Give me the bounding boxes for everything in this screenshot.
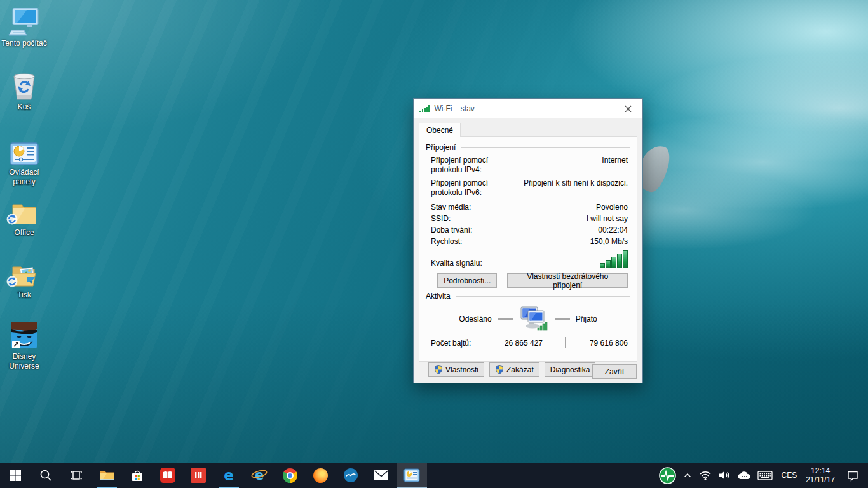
details-button-label: Podrobnosti... bbox=[444, 276, 491, 285]
tab-obecne[interactable]: Obecné bbox=[419, 123, 461, 137]
volume-tray-icon[interactable] bbox=[715, 463, 734, 488]
clock[interactable]: 12:14 21/11/17 bbox=[802, 463, 839, 488]
row-duration: Doba trvání: 00:22:04 bbox=[431, 226, 628, 235]
diagnose-button[interactable]: Diagnostika bbox=[545, 362, 596, 377]
properties-button-label: Vlastnosti bbox=[445, 365, 478, 374]
action-center-button[interactable] bbox=[839, 463, 867, 488]
bytes-received-value: 79 616 806 bbox=[588, 339, 628, 348]
hidden-icons-chevron[interactable] bbox=[679, 463, 696, 488]
store-icon bbox=[130, 468, 145, 483]
uac-shield-icon bbox=[495, 365, 504, 374]
taskbar-item-control-panel[interactable] bbox=[397, 463, 427, 488]
disable-button[interactable]: Zakázat bbox=[489, 362, 539, 377]
desktop-icon-label: Ovládací panely bbox=[1, 168, 47, 187]
sent-line bbox=[498, 318, 513, 320]
desktop-icon-recycle-bin[interactable]: Koš bbox=[1, 70, 47, 112]
row-ipv4: Připojení pomocí protokolu IPv4: Interne… bbox=[431, 156, 628, 175]
taskbar-item-chrome[interactable] bbox=[275, 463, 305, 488]
taskbar-item-edge[interactable]: e bbox=[214, 463, 244, 488]
recycle-bin-icon bbox=[1, 70, 47, 100]
network-activity-icon bbox=[519, 305, 549, 334]
dialog-titlebar[interactable]: Wi-Fi – stav bbox=[414, 99, 642, 118]
row-value: 150,0 Mb/s bbox=[558, 237, 628, 247]
details-button[interactable]: Podrobnosti... bbox=[437, 273, 497, 288]
system-tray: CES 12:14 21/11/17 bbox=[656, 463, 868, 488]
clock-time: 12:14 bbox=[806, 466, 835, 475]
row-value: Připojení k síti není k dispozici. bbox=[512, 179, 628, 188]
received-label: Přijato bbox=[576, 315, 597, 323]
close-button[interactable]: Zavřít bbox=[592, 364, 637, 379]
dialog-footer: Zavřít bbox=[592, 364, 637, 379]
row-value: I will not say bbox=[558, 214, 628, 224]
tab-label: Obecné bbox=[426, 126, 453, 135]
search-button[interactable] bbox=[31, 463, 61, 488]
taskbar-item-file-explorer[interactable] bbox=[92, 463, 122, 488]
row-signal-quality: Kvalita signálu: bbox=[431, 250, 628, 268]
properties-button[interactable]: Vlastnosti bbox=[428, 362, 484, 377]
row-label: Rychlost: bbox=[431, 237, 558, 247]
search-icon bbox=[39, 468, 53, 482]
row-label: SSID: bbox=[431, 214, 558, 224]
this-pc-icon bbox=[1, 6, 47, 37]
desktop-icon-label: Office bbox=[1, 228, 47, 238]
bytes-sent-value: 26 865 427 bbox=[485, 339, 543, 348]
tab-page-general: Připojení Připojení pomocí protokolu IPv… bbox=[419, 136, 637, 362]
clock-date: 21/11/17 bbox=[806, 475, 835, 484]
svg-text:e: e bbox=[224, 467, 234, 484]
red-bars-app-icon bbox=[190, 467, 207, 484]
dialog-title: Wi-Fi – stav bbox=[435, 104, 614, 113]
close-button-label: Zavřít bbox=[605, 367, 625, 376]
taskbar-item-firefox[interactable] bbox=[305, 463, 336, 488]
desktop-icon-this-pc[interactable]: Tento počítač bbox=[1, 6, 47, 48]
desktop-icon-control-panel[interactable]: Ovládací panely bbox=[1, 135, 47, 187]
received-line bbox=[555, 318, 570, 320]
desktop-icon-tisk[interactable]: Tisk bbox=[1, 258, 47, 300]
taskbar-item-mail[interactable] bbox=[366, 463, 397, 488]
wifi-tray-icon[interactable] bbox=[696, 463, 715, 488]
action-center-icon bbox=[846, 470, 859, 482]
taskbar-item-store[interactable] bbox=[122, 463, 153, 488]
taskbar-item-reader[interactable] bbox=[153, 463, 183, 488]
touch-keyboard-tray-icon[interactable] bbox=[754, 463, 776, 488]
windows-logo-icon bbox=[9, 469, 22, 482]
firefox-icon bbox=[313, 468, 328, 483]
row-ipv6: Připojení pomocí protokolu IPv6: Připoje… bbox=[431, 179, 628, 198]
task-view-button[interactable] bbox=[61, 463, 92, 488]
sync-overlay-icon bbox=[6, 276, 18, 290]
taskbar-item-internet-explorer[interactable]: e bbox=[244, 463, 275, 488]
desktop-icon-label: Tisk bbox=[1, 290, 47, 300]
desktop-icon-disney-universe[interactable]: Disney Universe bbox=[1, 320, 47, 371]
wireless-properties-button[interactable]: Vlastnosti bezdrátového připojení bbox=[507, 273, 628, 288]
diagnose-button-label: Diagnostika bbox=[550, 365, 590, 374]
taskbar: e e bbox=[0, 463, 868, 488]
sync-overlay-icon bbox=[6, 214, 18, 227]
taskbar-item-openoffice[interactable] bbox=[336, 463, 366, 488]
group-connection-title: Připojení bbox=[426, 143, 456, 152]
row-label: Připojení pomocí protokolu IPv6: bbox=[431, 179, 512, 198]
row-media-state: Stav média: Povoleno bbox=[431, 203, 628, 212]
uac-shield-icon bbox=[434, 365, 443, 374]
row-label: Připojení pomocí protokolu IPv4: bbox=[431, 156, 512, 175]
antivirus-monitor-tray-icon[interactable] bbox=[656, 463, 679, 488]
desktop-icon-label: Tento počítač bbox=[1, 39, 47, 48]
mail-icon bbox=[373, 468, 390, 482]
desktop-icon-office[interactable]: Office bbox=[1, 196, 47, 238]
task-view-icon bbox=[69, 468, 84, 482]
row-value: 00:22:04 bbox=[558, 226, 628, 235]
row-label: Kvalita signálu: bbox=[431, 259, 558, 268]
row-label: Doba trvání: bbox=[431, 226, 558, 235]
wifi-signal-icon bbox=[419, 105, 430, 112]
wireless-properties-label: Vlastnosti bezdrátového připojení bbox=[513, 272, 622, 290]
bytes-label: Počet bajtů: bbox=[431, 339, 485, 348]
group-activity: Aktivita bbox=[426, 292, 630, 301]
openoffice-icon bbox=[343, 468, 358, 483]
control-panel-taskbar-icon bbox=[403, 468, 420, 482]
onedrive-cloud-tray-icon[interactable] bbox=[734, 463, 754, 488]
start-button[interactable] bbox=[0, 463, 31, 488]
wifi-status-dialog: Wi-Fi – stav Obecné Připojení Připojení … bbox=[413, 98, 643, 383]
taskbar-item-red-panel-app[interactable] bbox=[183, 463, 214, 488]
disney-universe-icon bbox=[1, 320, 47, 350]
language-indicator[interactable]: CES bbox=[776, 463, 802, 488]
close-icon[interactable] bbox=[614, 99, 642, 118]
folder-sync-icon bbox=[1, 196, 47, 226]
